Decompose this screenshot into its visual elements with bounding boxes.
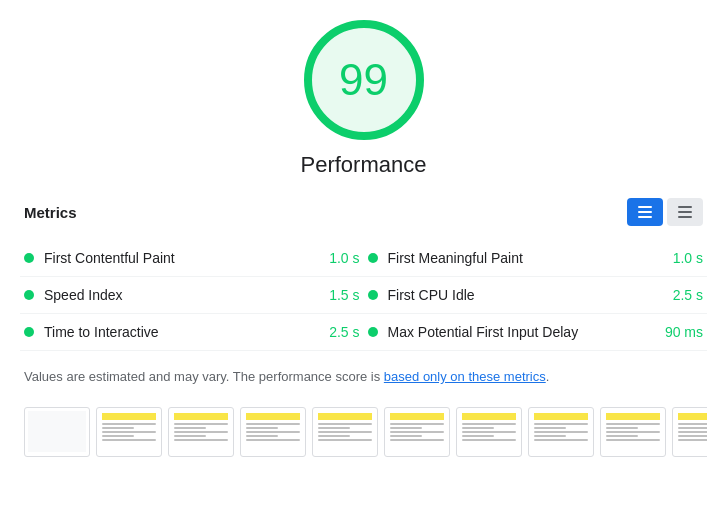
frame-content: [28, 411, 86, 452]
frame-yellow-bar: [246, 413, 300, 420]
metric-item: Speed Index 1.5 s: [20, 277, 364, 314]
frame-line: [678, 435, 707, 437]
frame-line: [102, 439, 156, 441]
frame-yellow-bar: [678, 413, 707, 420]
metric-dot: [24, 253, 34, 263]
frame-lines: [606, 423, 660, 441]
disclaimer-text-after: .: [546, 369, 550, 384]
score-label: Performance: [301, 152, 427, 178]
frame-line: [102, 431, 156, 433]
frame-content: [172, 411, 230, 452]
frame-line: [174, 423, 228, 425]
view-toggle: [627, 198, 703, 226]
frame-line: [246, 435, 278, 437]
frame-line: [174, 435, 206, 437]
metrics-title: Metrics: [24, 204, 77, 221]
frame-line: [246, 431, 300, 433]
frame-line: [534, 427, 566, 429]
disclaimer: Values are estimated and may vary. The p…: [20, 367, 707, 387]
filmstrip-frame: [96, 407, 162, 457]
frame-content: [532, 411, 590, 452]
frame-line: [102, 435, 134, 437]
frame-line: [390, 439, 444, 441]
metric-item: First Meaningful Paint 1.0 s: [364, 240, 708, 277]
metric-item: First CPU Idle 2.5 s: [364, 277, 708, 314]
metric-value: 2.5 s: [329, 324, 359, 340]
frame-yellow-bar: [102, 413, 156, 420]
frame-line: [606, 423, 660, 425]
frame-lines: [534, 423, 588, 441]
metric-name: Max Potential First Input Delay: [388, 324, 657, 340]
filmstrip-frame: [312, 407, 378, 457]
frame-yellow-bar: [318, 413, 372, 420]
frame-line: [390, 427, 422, 429]
frame-lines: [246, 423, 300, 441]
frame-line: [318, 427, 350, 429]
score-section: 99 Performance: [20, 20, 707, 178]
filmstrip-frame: [456, 407, 522, 457]
score-value: 99: [339, 55, 388, 105]
metric-dot: [368, 327, 378, 337]
frame-content: [460, 411, 518, 452]
frame-content: [388, 411, 446, 452]
metric-name: Speed Index: [44, 287, 321, 303]
frame-line: [462, 439, 516, 441]
frame-line: [606, 435, 638, 437]
frame-line: [678, 439, 707, 441]
metric-dot: [368, 253, 378, 263]
metric-name: First CPU Idle: [388, 287, 665, 303]
frame-content: [100, 411, 158, 452]
metric-item: Max Potential First Input Delay 90 ms: [364, 314, 708, 351]
frame-content: [244, 411, 302, 452]
frame-content: [604, 411, 662, 452]
frame-line: [678, 427, 707, 429]
frame-yellow-bar: [462, 413, 516, 420]
frame-line: [102, 427, 134, 429]
metric-dot: [368, 290, 378, 300]
frame-lines: [174, 423, 228, 441]
list-view-button[interactable]: [627, 198, 663, 226]
disclaimer-link[interactable]: based only on these metrics: [384, 369, 546, 384]
frame-lines: [462, 423, 516, 441]
frame-line: [174, 427, 206, 429]
metric-item: First Contentful Paint 1.0 s: [20, 240, 364, 277]
frame-line: [390, 431, 444, 433]
disclaimer-text-before: Values are estimated and may vary. The p…: [24, 369, 384, 384]
metric-value: 1.0 s: [329, 250, 359, 266]
frame-line: [678, 423, 707, 425]
frame-line: [534, 435, 566, 437]
frame-line: [534, 431, 588, 433]
frame-line: [462, 427, 494, 429]
filmstrip-frame: [600, 407, 666, 457]
filmstrip-frame: [528, 407, 594, 457]
frame-line: [534, 423, 588, 425]
frame-line: [606, 427, 638, 429]
grid-view-button[interactable]: [667, 198, 703, 226]
frame-lines: [678, 423, 707, 441]
frame-line: [174, 439, 228, 441]
frame-yellow-bar: [390, 413, 444, 420]
frame-line: [246, 439, 300, 441]
metrics-header: Metrics: [20, 198, 707, 226]
grid-icon: [678, 206, 692, 218]
score-circle: 99: [304, 20, 424, 140]
filmstrip-frame: [240, 407, 306, 457]
frame-line: [462, 431, 516, 433]
frame-line: [102, 423, 156, 425]
frame-line: [246, 427, 278, 429]
metric-dot: [24, 290, 34, 300]
frame-line: [318, 439, 372, 441]
metric-item: Time to Interactive 2.5 s: [20, 314, 364, 351]
frame-lines: [318, 423, 372, 441]
filmstrip-frame: [384, 407, 450, 457]
frame-line: [390, 423, 444, 425]
frame-line: [246, 423, 300, 425]
metrics-grid: First Contentful Paint 1.0 s First Meani…: [20, 240, 707, 351]
frame-line: [606, 439, 660, 441]
metric-dot: [24, 327, 34, 337]
filmstrip-frame: [168, 407, 234, 457]
filmstrip: [20, 403, 707, 461]
filmstrip-frame: [24, 407, 90, 457]
metric-value: 2.5 s: [673, 287, 703, 303]
frame-line: [606, 431, 660, 433]
